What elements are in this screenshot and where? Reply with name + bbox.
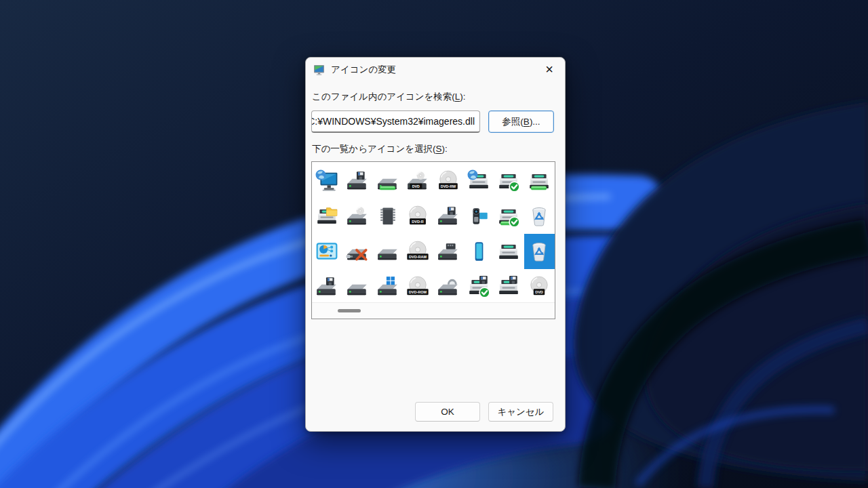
icon-cell-disc[interactable]: DVD-R (403, 199, 433, 234)
printer-greenbar-icon (528, 169, 551, 192)
drive-greenbar-icon (376, 169, 399, 192)
icon-listbox[interactable]: DVD DVD-RW (311, 161, 555, 319)
icon-cell-printer-check[interactable] (494, 163, 524, 199)
icon-cell-drive-floppy[interactable] (342, 163, 373, 199)
icon-cell-drive-greenbar[interactable] (372, 163, 403, 199)
icon-cell-drive-unplugged[interactable] (342, 234, 373, 269)
icon-cell-drive-floppy[interactable] (433, 199, 464, 234)
icon-cell-printer-greenbar[interactable] (524, 163, 555, 199)
drive-icon (346, 275, 369, 298)
drive-windows-icon (376, 275, 399, 298)
icon-grid: DVD DVD-RW (312, 162, 555, 304)
change-icon-dialog: アイコンの変更 × このファイル内のアイコンを検索(L): C:¥WINDOWS… (305, 57, 566, 432)
icon-cell-drive-disc[interactable] (342, 199, 373, 234)
drive-disc-icon: DVD (406, 169, 429, 192)
icon-cell-printer-greenbar-check[interactable] (494, 199, 524, 234)
drive-icon (376, 240, 399, 263)
icon-cell-drive[interactable] (342, 269, 373, 304)
scrollbar-thumb[interactable] (338, 309, 361, 312)
printer-greenbar-check-icon (497, 205, 520, 228)
icon-cell-disc[interactable]: DVD (524, 269, 555, 304)
printer-floppy-check-icon (467, 275, 490, 298)
display-settings-icon (315, 240, 338, 263)
drive-unplugged-icon (346, 240, 369, 263)
icon-list-label: 下の一覧からアイコンを選択(S): (312, 143, 448, 155)
icon-cell-disc[interactable]: DVD-RAM (403, 234, 433, 269)
icon-cell-computer-globe[interactable] (312, 163, 342, 199)
browse-label-post: )... (530, 117, 540, 127)
drive-floppy-icon (315, 275, 338, 298)
cancel-button[interactable]: キャンセル (488, 402, 553, 422)
browse-label-mnemonic: B (524, 117, 530, 127)
svg-text:DVD: DVD (412, 184, 420, 188)
close-icon[interactable]: × (538, 59, 561, 79)
svg-text:DVD-RW: DVD-RW (441, 184, 456, 188)
browse-button[interactable]: 参照(B)... (488, 110, 554, 133)
svg-text:DVD-ROM: DVD-ROM (409, 290, 427, 294)
drive-dome-icon (437, 275, 460, 298)
icon-cell-display-settings[interactable] (312, 234, 342, 269)
horizontal-scrollbar[interactable] (312, 302, 555, 319)
printer-globe-icon (467, 169, 490, 192)
icon-cell-drive-disc[interactable]: DVD (403, 163, 433, 199)
recycle-bin-icon (528, 240, 551, 263)
icon-cell-drive[interactable] (372, 234, 403, 269)
svg-text:DVD-R: DVD-R (412, 220, 424, 224)
drive-floppy-icon (437, 205, 460, 228)
computer-globe-icon (315, 169, 338, 192)
disc-icon: DVD-RW (437, 169, 460, 192)
list-label-mnemonic: S (436, 144, 442, 154)
desktop: アイコンの変更 × このファイル内のアイコンを検索(L): C:¥WINDOWS… (0, 0, 868, 488)
drive-cartridge-icon (437, 240, 460, 263)
icon-cell-printer[interactable] (494, 234, 524, 269)
icon-cell-memory-chip[interactable] (372, 199, 403, 234)
icon-cell-drive-windows[interactable] (372, 269, 403, 304)
disc-icon: DVD (528, 275, 551, 298)
icon-cell-printer-floppy-check[interactable] (463, 269, 494, 304)
icon-cell-drive-cartridge[interactable] (433, 234, 464, 269)
ok-button[interactable]: OK (415, 402, 480, 422)
icon-cell-drive-floppy[interactable] (312, 269, 342, 304)
icon-cell-recycle-bin[interactable] (524, 199, 555, 234)
disc-icon: DVD-ROM (406, 275, 429, 298)
list-label-pre: 下の一覧からアイコンを選択( (312, 144, 436, 154)
dialog-title: アイコンの変更 (331, 64, 396, 76)
icon-cell-printer-globe[interactable] (463, 163, 494, 199)
printer-check-icon (497, 169, 520, 192)
printer-folder-icon (315, 205, 338, 228)
printer-floppy-icon (497, 275, 520, 298)
search-label-post: ): (460, 92, 465, 102)
icon-cell-printer-floppy[interactable] (494, 269, 524, 304)
recycle-bin-icon (528, 205, 551, 228)
drive-disc-icon (346, 205, 369, 228)
phone-icon (467, 240, 490, 263)
icon-cell-recycle-bin[interactable] (524, 234, 555, 269)
icon-file-path-input[interactable]: C:¥WINDOWS¥System32¥imageres.dll (311, 110, 480, 133)
display-properties-icon (313, 64, 325, 76)
icon-cell-disc[interactable]: DVD-RW (433, 163, 464, 199)
printer-icon (497, 240, 520, 263)
search-label: このファイル内のアイコンを検索(L): (312, 91, 466, 103)
browse-label-pre: 参照( (502, 116, 524, 128)
list-label-post: ): (442, 144, 448, 154)
icon-cell-disc[interactable]: DVD-ROM (403, 269, 433, 304)
icon-cell-phone[interactable] (463, 234, 494, 269)
svg-text:DVD-RAM: DVD-RAM (409, 255, 427, 259)
camcorder-icon (467, 205, 490, 228)
icon-cell-printer-folder[interactable] (312, 199, 342, 234)
svg-text:DVD: DVD (535, 290, 543, 294)
disc-icon: DVD-R (406, 205, 429, 228)
icon-cell-camcorder[interactable] (463, 199, 494, 234)
icon-cell-drive-dome[interactable] (433, 269, 464, 304)
memory-chip-icon (376, 205, 399, 228)
dialog-titlebar: アイコンの変更 × (306, 58, 565, 82)
search-label-pre: このファイル内のアイコンを検索( (312, 92, 455, 102)
icon-file-path-value: C:¥WINDOWS¥System32¥imageres.dll (311, 116, 475, 127)
drive-floppy-icon (346, 169, 369, 192)
disc-icon: DVD-RAM (406, 240, 429, 263)
